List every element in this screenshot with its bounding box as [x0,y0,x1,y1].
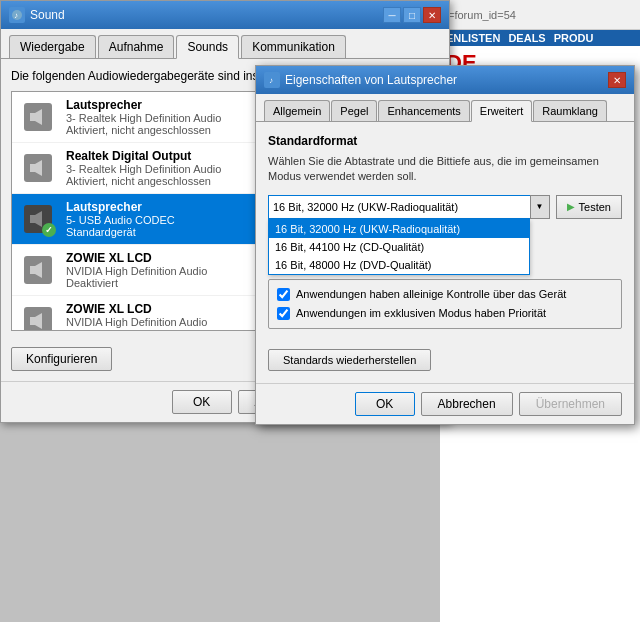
checkbox-item-0: Anwendungen haben alleinige Kontrolle üb… [277,288,613,301]
dropdown-value: 16 Bit, 32000 Hz (UKW-Radioqualität) [273,201,458,213]
sound-dialog-icon: ♪ [9,7,25,23]
dropdown-option-2[interactable]: 16 Bit, 48000 Hz (DVD-Qualität) [269,256,529,274]
props-tab-bar: Allgemein Pegel Enhancements Erweitert R… [256,94,634,122]
tab-kommunikation[interactable]: Kommunikation [241,35,346,58]
browser-toolbar: =forum_id=54 [440,0,640,30]
svg-marker-3 [35,109,42,125]
props-tab-enhancements[interactable]: Enhancements [378,100,469,121]
section-label: Standardformat [268,134,622,148]
device-icon-4 [20,252,56,288]
dropdown-wrapper: 16 Bit, 32000 Hz (UKW-Radioqualität) ▼ 1… [268,195,550,219]
props-dialog-titlebar: ♪ Eigenschaften von Lautsprecher ✕ [256,66,634,94]
dropdown-container: 16 Bit, 32000 Hz (UKW-Radioqualität) ▼ 1… [268,195,622,219]
props-close-button[interactable]: ✕ [608,72,626,88]
svg-text:♪: ♪ [14,11,18,20]
play-icon: ▶ [567,201,575,212]
svg-marker-7 [35,211,42,227]
nav-item-3[interactable]: PRODU [554,32,594,44]
props-body: Standardformat Wählen Sie die Abtastrate… [256,122,634,383]
props-dialog: ♪ Eigenschaften von Lautsprecher ✕ Allge… [255,65,635,425]
default-badge: ✓ [42,223,56,237]
props-tab-allgemein[interactable]: Allgemein [264,100,330,121]
sound-ok-button[interactable]: OK [172,390,232,414]
nav-item-1[interactable]: ENLISTEN [446,32,500,44]
checkbox-label-0: Anwendungen haben alleinige Kontrolle üb… [296,288,566,300]
checkbox-control-0[interactable] [277,288,290,301]
svg-rect-2 [30,113,35,121]
sound-dialog-titlebar: ♪ Sound ─ □ ✕ [1,1,449,29]
configure-button[interactable]: Konfigurieren [11,347,112,371]
dropdown-option-0[interactable]: 16 Bit, 32000 Hz (UKW-Radioqualität) [269,220,529,238]
svg-rect-10 [30,317,35,325]
props-tab-pegel[interactable]: Pegel [331,100,377,121]
props-tab-erweitert[interactable]: Erweitert [471,100,532,122]
props-tab-raumklang[interactable]: Raumklang [533,100,607,121]
test-button[interactable]: ▶ Testen [556,195,622,219]
checkbox-group: Anwendungen haben alleinige Kontrolle üb… [268,279,622,329]
tab-aufnahme[interactable]: Aufnahme [98,35,175,58]
test-button-label: Testen [579,201,611,213]
tab-sounds[interactable]: Sounds [176,35,239,59]
props-apply-button[interactable]: Übernehmen [519,392,622,416]
device-icon-1 [20,99,56,135]
props-ok-button[interactable]: OK [355,392,415,416]
checkbox-control-1[interactable] [277,307,290,320]
props-footer: OK Abbrechen Übernehmen [256,383,634,424]
close-button[interactable]: ✕ [423,7,441,23]
minimize-button[interactable]: ─ [383,7,401,23]
dropdown-open-list: 16 Bit, 32000 Hz (UKW-Radioqualität) 16 … [268,219,530,275]
browser-url: =forum_id=54 [448,9,516,21]
dropdown-arrow[interactable]: ▼ [530,195,550,219]
device-icon-2 [20,150,56,186]
device-icon-3: ✓ [20,201,56,237]
device-icon-5 [20,303,56,331]
props-cancel-button[interactable]: Abbrechen [421,392,513,416]
tab-wiedergabe[interactable]: Wiedergabe [9,35,96,58]
svg-text:♪: ♪ [269,76,273,85]
checkbox-item-1: Anwendungen im exklusiven Modus haben Pr… [277,307,613,320]
svg-marker-9 [35,262,42,278]
standards-button[interactable]: Standards wiederherstellen [268,349,431,371]
props-dialog-title: Eigenschaften von Lautsprecher [285,73,457,87]
svg-rect-4 [30,164,35,172]
sound-dialog-title: Sound [30,8,65,22]
checkbox-label-1: Anwendungen im exklusiven Modus haben Pr… [296,307,546,319]
props-dialog-icon: ♪ [264,72,280,88]
standards-btn-area: Standards wiederherstellen [268,349,622,371]
nav-item-2[interactable]: DEALS [508,32,545,44]
dropdown-option-1[interactable]: 16 Bit, 44100 Hz (CD-Qualität) [269,238,529,256]
svg-marker-5 [35,160,42,176]
format-dropdown[interactable]: 16 Bit, 32000 Hz (UKW-Radioqualität) [268,195,550,219]
sound-tab-bar: Wiedergabe Aufnahme Sounds Kommunikation [1,29,449,59]
svg-rect-8 [30,266,35,274]
section-desc: Wählen Sie die Abtastrate und die Bittie… [268,154,622,185]
maximize-button[interactable]: □ [403,7,421,23]
svg-rect-6 [30,215,35,223]
svg-marker-11 [35,313,42,329]
